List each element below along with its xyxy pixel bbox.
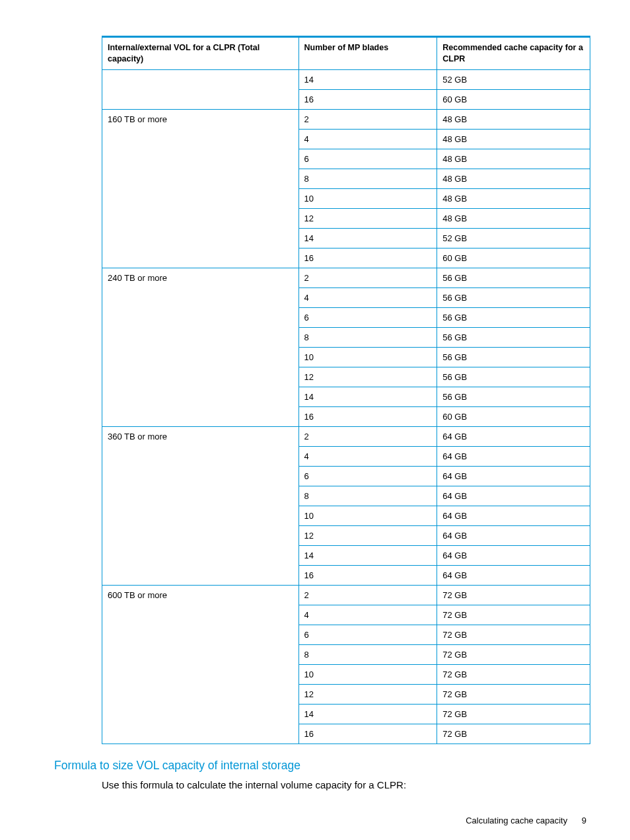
cell-cache-capacity: 60 GB	[437, 89, 590, 109]
cell-mp-blades: 10	[298, 506, 437, 525]
page-footer: Calculating cache capacity 9	[54, 816, 590, 825]
col-header-vol: Internal/external VOL for a CLPR (Total …	[102, 37, 299, 70]
cell-mp-blades: 8	[298, 169, 437, 188]
cell-cache-capacity: 52 GB	[437, 69, 590, 89]
table-row: 360 TB or more264 GB	[102, 426, 590, 446]
cell-cache-capacity: 48 GB	[437, 149, 590, 169]
cell-vol-capacity: 240 TB or more	[102, 268, 299, 426]
cell-cache-capacity: 52 GB	[437, 228, 590, 248]
cell-vol-capacity: 600 TB or more	[102, 585, 299, 744]
col-header-cache: Recommended cache capacity for a CLPR	[437, 37, 590, 70]
cell-cache-capacity: 72 GB	[437, 625, 590, 644]
cell-vol-capacity	[102, 69, 299, 109]
cell-cache-capacity: 72 GB	[437, 585, 590, 605]
cell-mp-blades: 4	[298, 446, 437, 466]
cell-mp-blades: 14	[298, 387, 437, 406]
table-header-row: Internal/external VOL for a CLPR (Total …	[102, 37, 590, 70]
cell-cache-capacity: 48 GB	[437, 109, 590, 129]
cell-cache-capacity: 64 GB	[437, 446, 590, 466]
cell-cache-capacity: 64 GB	[437, 525, 590, 545]
cell-cache-capacity: 64 GB	[437, 486, 590, 506]
cell-cache-capacity: 56 GB	[437, 327, 590, 347]
cell-mp-blades: 2	[298, 109, 437, 129]
cell-mp-blades: 16	[298, 724, 437, 744]
cell-mp-blades: 6	[298, 307, 437, 327]
cell-mp-blades: 6	[298, 149, 437, 169]
cell-cache-capacity: 60 GB	[437, 248, 590, 268]
cell-mp-blades: 16	[298, 248, 437, 268]
cell-mp-blades: 16	[298, 406, 437, 426]
cell-mp-blades: 12	[298, 208, 437, 228]
table-row: 240 TB or more256 GB	[102, 268, 590, 287]
cell-cache-capacity: 48 GB	[437, 208, 590, 228]
cell-mp-blades: 4	[298, 605, 437, 625]
body-text: Use this formula to calculate the intern…	[102, 778, 590, 792]
cell-mp-blades: 12	[298, 684, 437, 704]
cell-cache-capacity: 48 GB	[437, 129, 590, 149]
cell-mp-blades: 8	[298, 486, 437, 506]
cell-cache-capacity: 56 GB	[437, 367, 590, 387]
table-row: 1452 GB	[102, 69, 590, 89]
cell-cache-capacity: 64 GB	[437, 545, 590, 565]
cell-cache-capacity: 72 GB	[437, 684, 590, 704]
cell-vol-capacity: 160 TB or more	[102, 109, 299, 268]
cell-mp-blades: 8	[298, 644, 437, 664]
cell-mp-blades: 14	[298, 704, 437, 724]
cell-cache-capacity: 48 GB	[437, 169, 590, 188]
cell-cache-capacity: 56 GB	[437, 268, 590, 287]
cell-mp-blades: 16	[298, 89, 437, 109]
cell-mp-blades: 4	[298, 129, 437, 149]
cell-cache-capacity: 64 GB	[437, 426, 590, 446]
col-header-blades: Number of MP blades	[298, 37, 437, 70]
cell-cache-capacity: 64 GB	[437, 565, 590, 585]
cell-mp-blades: 10	[298, 347, 437, 367]
cell-mp-blades: 6	[298, 466, 437, 486]
cell-cache-capacity: 64 GB	[437, 466, 590, 486]
cell-mp-blades: 2	[298, 585, 437, 605]
cell-mp-blades: 12	[298, 367, 437, 387]
cache-capacity-table: Internal/external VOL for a CLPR (Total …	[102, 36, 590, 744]
cell-mp-blades: 4	[298, 287, 437, 307]
cell-cache-capacity: 56 GB	[437, 307, 590, 327]
cell-cache-capacity: 56 GB	[437, 387, 590, 406]
cell-mp-blades: 2	[298, 268, 437, 287]
cell-cache-capacity: 60 GB	[437, 406, 590, 426]
cell-cache-capacity: 56 GB	[437, 287, 590, 307]
page: Internal/external VOL for a CLPR (Total …	[0, 0, 630, 840]
cell-mp-blades: 2	[298, 426, 437, 446]
cell-cache-capacity: 72 GB	[437, 724, 590, 744]
cell-cache-capacity: 56 GB	[437, 347, 590, 367]
cell-cache-capacity: 72 GB	[437, 644, 590, 664]
cell-cache-capacity: 72 GB	[437, 664, 590, 684]
footer-page-number: 9	[582, 816, 586, 825]
cell-mp-blades: 14	[298, 228, 437, 248]
cell-mp-blades: 14	[298, 69, 437, 89]
cell-mp-blades: 12	[298, 525, 437, 545]
table-row: 160 TB or more248 GB	[102, 109, 590, 129]
cell-mp-blades: 14	[298, 545, 437, 565]
cell-vol-capacity: 360 TB or more	[102, 426, 299, 585]
cell-mp-blades: 8	[298, 327, 437, 347]
section-heading: Formula to size VOL capacity of internal…	[54, 759, 590, 773]
cell-mp-blades: 16	[298, 565, 437, 585]
cell-mp-blades: 10	[298, 664, 437, 684]
cell-cache-capacity: 72 GB	[437, 704, 590, 724]
cell-mp-blades: 10	[298, 188, 437, 208]
table-body: 1452 GB1660 GB160 TB or more248 GB448 GB…	[102, 69, 590, 744]
cell-mp-blades: 6	[298, 625, 437, 644]
cell-cache-capacity: 64 GB	[437, 506, 590, 525]
cell-cache-capacity: 72 GB	[437, 605, 590, 625]
footer-title: Calculating cache capacity	[466, 816, 567, 825]
cell-cache-capacity: 48 GB	[437, 188, 590, 208]
table-row: 600 TB or more272 GB	[102, 585, 590, 605]
